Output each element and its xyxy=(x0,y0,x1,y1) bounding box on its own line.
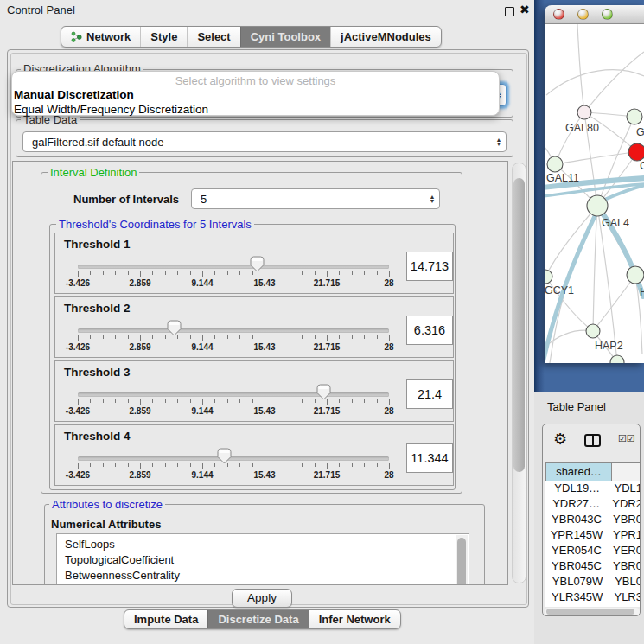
attribute-item[interactable]: BetweennessCentrality xyxy=(57,568,469,583)
minor-tick xyxy=(128,463,129,467)
network-edge[interactable] xyxy=(555,112,584,164)
list-scrollbar-thumb[interactable] xyxy=(457,538,466,585)
network-node-GAL80[interactable] xyxy=(577,105,591,119)
network-edge[interactable] xyxy=(593,275,635,331)
interval-definition-label: Interval Definition xyxy=(48,166,139,179)
threshold-value-field[interactable]: 14.713 xyxy=(406,252,453,281)
column-header-shared[interactable]: shared… xyxy=(545,462,612,481)
network-edge[interactable] xyxy=(555,152,637,164)
major-tick xyxy=(327,399,328,405)
close-icon[interactable]: ✖ xyxy=(520,3,530,16)
checkboxes-icon[interactable]: ☑☑ xyxy=(618,433,635,444)
tab-discretize-data[interactable]: Discretize Data xyxy=(207,610,308,628)
minimize-traffic-light-icon[interactable] xyxy=(577,9,589,20)
table-data-combobox[interactable]: galFiltered.sif default node ▲▼ xyxy=(22,131,507,152)
major-tick xyxy=(327,335,328,341)
threshold-value-field[interactable]: 6.316 xyxy=(406,316,453,345)
cell-shared-name: YIL052C xyxy=(545,606,612,607)
minor-tick xyxy=(177,271,178,275)
numerical-attributes-list[interactable]: SelfLoopsTopologicalCoefficientBetweenne… xyxy=(56,533,469,585)
network-node-node-red[interactable] xyxy=(628,143,644,161)
network-window-titlebar[interactable] xyxy=(545,5,644,24)
major-tick xyxy=(265,271,265,277)
threshold-value-field[interactable]: 21.4 xyxy=(406,379,453,409)
major-tick xyxy=(202,399,203,405)
table-row[interactable]: YBL079WYBL0 xyxy=(545,575,641,590)
major-tick xyxy=(265,399,265,405)
column-header-name[interactable]: n xyxy=(612,462,641,481)
table-rows: YDL19…YDL1YDR27…YDR2YBR043CYBR0YPR145WYP… xyxy=(545,481,641,607)
apply-button[interactable]: Apply xyxy=(232,589,292,608)
slider-thumb[interactable] xyxy=(316,384,331,400)
network-node-node-right-1[interactable] xyxy=(627,109,642,124)
num-intervals-combobox[interactable]: 5 ▲▼ xyxy=(191,188,440,209)
slider-track[interactable] xyxy=(78,456,389,461)
attribute-item[interactable]: TopologicalCoefficient xyxy=(57,552,469,568)
network-edge[interactable] xyxy=(597,117,634,206)
minor-tick xyxy=(152,399,153,403)
network-edge[interactable] xyxy=(546,70,644,95)
network-node-GAL4[interactable] xyxy=(587,195,608,216)
major-tick xyxy=(140,399,141,405)
table-row[interactable]: YIL052CYIL0 xyxy=(545,606,641,607)
tab-jactivemnodules[interactable]: jActiveMNodules xyxy=(330,27,441,47)
columns-icon[interactable] xyxy=(584,434,601,447)
node-label: GCY1 xyxy=(545,284,574,296)
minor-tick xyxy=(152,335,153,339)
tab-network[interactable]: Network xyxy=(61,27,140,47)
network-edge[interactable] xyxy=(593,206,597,331)
network-canvas[interactable]: GAL80GACGAL11GAL4GCY1HHAP2 xyxy=(545,24,644,363)
slider-thumb[interactable] xyxy=(217,448,232,464)
minor-tick xyxy=(227,271,228,275)
close-traffic-light-icon[interactable] xyxy=(553,9,564,20)
tab-infer-network[interactable]: Infer Network xyxy=(309,610,400,628)
zoom-traffic-light-icon[interactable] xyxy=(602,9,613,20)
dropdown-item-1[interactable]: Manual Discretization xyxy=(14,88,134,101)
minor-tick xyxy=(315,463,316,467)
table-row[interactable]: YER054CYER0 xyxy=(545,544,641,559)
tab-impute-data[interactable]: Impute Data xyxy=(124,610,207,628)
slider-track[interactable] xyxy=(78,265,389,269)
network-window[interactable]: GAL80GACGAL11GAL4GCY1HHAP2 xyxy=(545,5,644,363)
tab-label: jActiveMNodules xyxy=(341,30,431,43)
threshold-value-field[interactable]: 11.344 xyxy=(406,443,453,473)
tab-cyni-toolbox[interactable]: Cyni Toolbox xyxy=(240,27,330,47)
table-hscrollbar-thumb[interactable] xyxy=(546,609,634,615)
network-graph[interactable]: GAL80GACGAL11GAL4GCY1HHAP2 xyxy=(545,24,644,363)
table-row[interactable]: YBR043CYBR0 xyxy=(545,513,641,528)
network-edge[interactable] xyxy=(577,24,584,112)
table-row[interactable]: YDR27…YDR2 xyxy=(545,497,641,513)
gear-icon[interactable]: ⚙ xyxy=(553,431,567,447)
minor-tick xyxy=(128,335,129,339)
network-node-node-right-2[interactable] xyxy=(627,266,644,284)
num-intervals-label: Number of Intervals xyxy=(73,193,179,206)
network-node-GAL11[interactable] xyxy=(547,156,563,172)
table-hscrollbar[interactable] xyxy=(545,608,640,615)
slider-thumb[interactable] xyxy=(250,256,265,272)
cell-shared-name: YBR043C xyxy=(545,513,608,528)
table-row[interactable]: YBR045CYBR0 xyxy=(545,559,641,575)
slider-track[interactable] xyxy=(78,392,389,397)
major-tick xyxy=(327,463,328,469)
cell-name: YPR1 xyxy=(608,528,641,544)
attribute-item[interactable]: SelfLoops xyxy=(57,537,469,552)
panel-scrollbar-thumb[interactable] xyxy=(513,178,525,472)
float-window-icon[interactable] xyxy=(505,7,514,16)
table-row[interactable]: YLR345WYLR3 xyxy=(545,590,641,606)
slider-thumb[interactable] xyxy=(167,320,182,336)
cell-name: YDL1 xyxy=(609,481,641,497)
list-scrollbar[interactable] xyxy=(456,535,468,585)
slider-track[interactable] xyxy=(78,328,389,333)
table-row[interactable]: YDL19…YDL1 xyxy=(545,481,641,497)
tab-select[interactable]: Select xyxy=(187,27,239,47)
dropdown-item-2[interactable]: Equal Width/Frequency Discretization xyxy=(14,103,208,116)
cell-shared-name: YLR345W xyxy=(545,590,609,606)
tick-label: 2.859 xyxy=(114,278,166,288)
network-node-GCY1[interactable] xyxy=(545,270,552,284)
thresholds-group-label: Threshold's Coordinates for 5 Intervals xyxy=(56,218,254,231)
table-row[interactable]: YPR145WYPR1 xyxy=(545,528,641,544)
tab-style[interactable]: Style xyxy=(140,27,187,47)
minor-tick xyxy=(364,271,365,275)
network-node-HAP2[interactable] xyxy=(586,324,600,338)
network-edge[interactable] xyxy=(584,52,644,112)
